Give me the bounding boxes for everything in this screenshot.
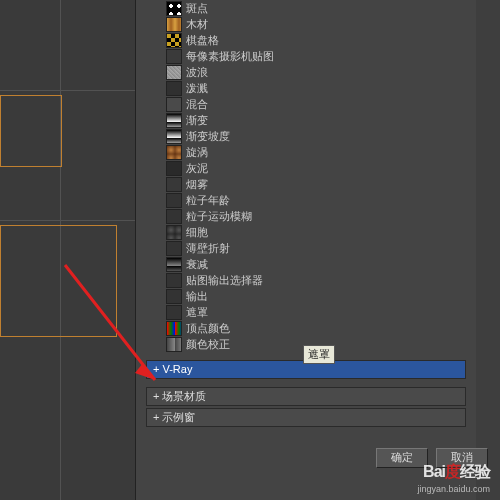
- map-item[interactable]: 贴图输出选择器: [146, 272, 466, 288]
- map-item[interactable]: 粒子运动模糊: [146, 208, 466, 224]
- map-swatch-icon: [166, 225, 182, 240]
- map-item-label: 粒子年龄: [186, 192, 230, 208]
- map-item-label: 贴图输出选择器: [186, 272, 263, 288]
- map-item[interactable]: 烟雾: [146, 176, 466, 192]
- map-item[interactable]: 波浪: [146, 64, 466, 80]
- map-item[interactable]: 细胞: [146, 224, 466, 240]
- map-swatch-icon: [166, 33, 182, 48]
- map-item[interactable]: 渐变: [146, 112, 466, 128]
- viewport-selection: [0, 95, 62, 167]
- map-item-label: 木材: [186, 16, 208, 32]
- map-item-label: 灰泥: [186, 160, 208, 176]
- map-item-label: 混合: [186, 96, 208, 112]
- map-item[interactable]: 渐变坡度: [146, 128, 466, 144]
- map-item[interactable]: 泼溅: [146, 80, 466, 96]
- map-item-label: 波浪: [186, 64, 208, 80]
- map-item[interactable]: 衰减: [146, 256, 466, 272]
- map-item-label: 遮罩: [186, 304, 208, 320]
- watermark: Bai度经验 jingyan.baidu.com: [417, 462, 490, 494]
- map-item-label: 旋涡: [186, 144, 208, 160]
- map-item[interactable]: 输出: [146, 288, 466, 304]
- map-item-label: 粒子运动模糊: [186, 208, 252, 224]
- map-swatch-icon: [166, 177, 182, 192]
- map-item-label: 薄壁折射: [186, 240, 230, 256]
- map-swatch-icon: [166, 49, 182, 64]
- viewport-selection: [0, 225, 117, 337]
- map-swatch-icon: [166, 273, 182, 288]
- map-swatch-icon: [166, 1, 182, 16]
- map-item[interactable]: 旋涡: [146, 144, 466, 160]
- map-item-label: 泼溅: [186, 80, 208, 96]
- map-item[interactable]: 每像素摄影机贴图: [146, 48, 466, 64]
- map-swatch-icon: [166, 161, 182, 176]
- panel-right-edge: [474, 0, 500, 500]
- map-swatch-icon: [166, 257, 182, 272]
- category-expander-sample[interactable]: + 示例窗: [146, 408, 466, 427]
- map-item-label: 颜色校正: [186, 336, 230, 352]
- map-swatch-icon: [166, 289, 182, 304]
- map-item[interactable]: 顶点颜色: [146, 320, 466, 336]
- map-item-label: 衰减: [186, 256, 208, 272]
- map-swatch-icon: [166, 65, 182, 80]
- map-item-label: 渐变坡度: [186, 128, 230, 144]
- map-swatch-icon: [166, 241, 182, 256]
- category-expander-scene[interactable]: + 场景材质: [146, 387, 466, 406]
- map-item-label: 顶点颜色: [186, 320, 230, 336]
- map-swatch-icon: [166, 209, 182, 224]
- map-item-label: 斑点: [186, 0, 208, 16]
- material-map-browser: 斑点木材棋盘格每像素摄影机贴图波浪泼溅混合渐变渐变坡度旋涡灰泥烟雾粒子年龄粒子运…: [135, 0, 476, 500]
- map-swatch-icon: [166, 17, 182, 32]
- map-item[interactable]: 灰泥: [146, 160, 466, 176]
- map-swatch-icon: [166, 81, 182, 96]
- map-swatch-icon: [166, 97, 182, 112]
- map-swatch-icon: [166, 129, 182, 144]
- map-item-label: 渐变: [186, 112, 208, 128]
- map-item[interactable]: 粒子年龄: [146, 192, 466, 208]
- map-swatch-icon: [166, 305, 182, 320]
- map-item-label: 每像素摄影机贴图: [186, 48, 274, 64]
- map-item[interactable]: 木材: [146, 16, 466, 32]
- map-item[interactable]: 遮罩: [146, 304, 466, 320]
- map-item[interactable]: 混合: [146, 96, 466, 112]
- map-item[interactable]: 薄壁折射: [146, 240, 466, 256]
- map-item[interactable]: 斑点: [146, 0, 466, 16]
- map-swatch-icon: [166, 337, 182, 352]
- map-swatch-icon: [166, 321, 182, 336]
- map-item-label: 输出: [186, 288, 208, 304]
- map-swatch-icon: [166, 145, 182, 160]
- map-item-label: 细胞: [186, 224, 208, 240]
- viewport-background: [0, 0, 135, 500]
- map-item-label: 烟雾: [186, 176, 208, 192]
- tooltip: 遮罩: [303, 345, 335, 364]
- map-swatch-icon: [166, 113, 182, 128]
- map-swatch-icon: [166, 193, 182, 208]
- map-item-label: 棋盘格: [186, 32, 219, 48]
- map-item[interactable]: 棋盘格: [146, 32, 466, 48]
